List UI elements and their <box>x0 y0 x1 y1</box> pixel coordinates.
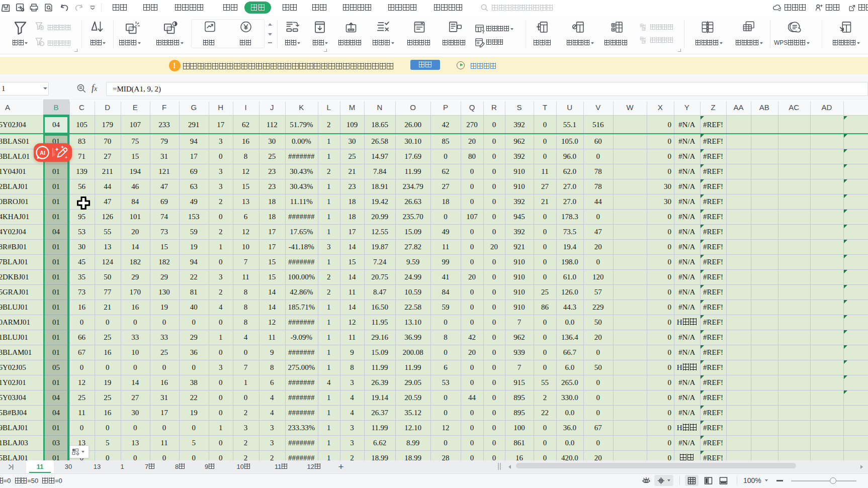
svg-text:AI: AI <box>40 150 45 156</box>
